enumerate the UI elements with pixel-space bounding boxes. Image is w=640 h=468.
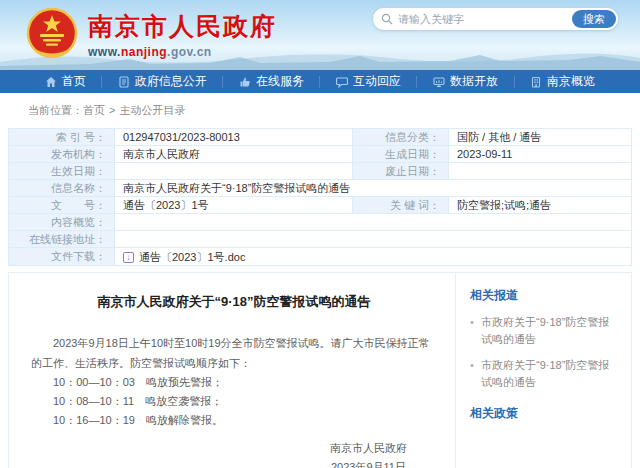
nav-item-open-data[interactable]: 数据开放	[427, 70, 504, 93]
brand-text: 南京市人民政府 www.nanjing.gov.cn	[88, 10, 277, 59]
online-link-value	[115, 231, 631, 247]
doc-number-label: 文 号：	[9, 197, 114, 213]
download-icon: ↓	[123, 252, 134, 263]
search-icon	[381, 13, 393, 25]
main-nav: 首页 政府信息公开 在线服务 互动回应 数据开放 南京概览	[0, 70, 640, 93]
file-download-cell: ↓ 通告〔2023〕1号.doc	[115, 248, 631, 265]
keywords-value: 防空警报;试鸣;通告	[449, 197, 631, 213]
signature-date: 2023年9月11日	[330, 458, 407, 468]
article-intro-paragraph: 2023年9月18日上午10时至10时19分全市防空警报试鸣。请广大市民保持正常…	[31, 333, 437, 373]
nav-label: 政府信息公开	[135, 73, 207, 90]
schedule-line: 10：08—10：11 鸣放空袭警报；	[31, 392, 437, 411]
breadcrumb-current: 主动公开目录	[119, 104, 185, 116]
schedule-line: 10：16—10：19 鸣放解除警报。	[31, 411, 437, 430]
breadcrumb-prefix: 当前位置：	[28, 104, 83, 116]
related-news-item[interactable]: 市政府关于“9·18”防空警报试鸣的通告	[470, 357, 619, 391]
home-icon	[45, 76, 57, 88]
nav-separator	[319, 76, 320, 88]
breadcrumb-separator: >	[109, 104, 115, 116]
related-news-heading[interactable]: 相关报道	[470, 287, 619, 304]
summary-value	[115, 214, 631, 230]
download-file-link[interactable]: ↓ 通告〔2023〕1号.doc	[123, 251, 245, 264]
breadcrumb-home-link[interactable]: 首页	[83, 104, 105, 116]
download-file-name: 通告〔2023〕1号.doc	[139, 251, 245, 264]
nav-label: 互动回应	[353, 73, 401, 90]
document-icon	[118, 76, 130, 88]
nav-item-home[interactable]: 首页	[39, 70, 92, 93]
related-news-list: 市政府关于“9·18”防空警报试鸣的通告 市政府关于“9·18”防空警报试鸣的通…	[470, 314, 619, 391]
nav-label: 数据开放	[450, 73, 498, 90]
category-value: 国防 / 其他 / 通告	[449, 129, 631, 145]
signature-organization: 南京市人民政府	[330, 439, 407, 458]
info-name-value: 南京市人民政府关于“9·18”防空警报试鸣的通告	[115, 180, 631, 196]
related-sidebar: 相关报道 市政府关于“9·18”防空警报试鸣的通告 市政府关于“9·18”防空警…	[455, 273, 631, 468]
related-news-item[interactable]: 市政府关于“9·18”防空警报试鸣的通告	[470, 314, 619, 348]
nav-separator	[101, 76, 102, 88]
search-button[interactable]: 搜索	[572, 10, 616, 28]
nav-item-interaction[interactable]: 互动回应	[330, 70, 407, 93]
monitor-icon	[433, 76, 445, 88]
nav-item-gov-info[interactable]: 政府信息公开	[112, 70, 213, 93]
nav-label: 在线服务	[256, 73, 304, 90]
building-icon	[530, 76, 542, 88]
publisher-value: 南京市人民政府	[115, 146, 352, 162]
nav-separator	[416, 76, 417, 88]
thumbs-up-icon	[239, 76, 251, 88]
site-brand: 南京市人民政府 www.nanjing.gov.cn	[26, 7, 277, 61]
index-number-label: 索 引 号：	[9, 129, 114, 145]
repeal-date-value	[449, 163, 631, 179]
search-bar: 搜索	[373, 8, 618, 30]
site-header: 南京市人民政府 www.nanjing.gov.cn 搜索	[0, 0, 640, 70]
document-meta-table: 索 引 号： 012947031/2023-80013 信息分类： 国防 / 其…	[8, 128, 632, 266]
effective-date-label: 生效日期：	[9, 163, 114, 179]
related-policy-heading[interactable]: 相关政策	[470, 405, 619, 422]
schedule-line: 10：00—10：03 鸣放预先警报；	[31, 373, 437, 392]
nav-item-online-services[interactable]: 在线服务	[233, 70, 310, 93]
article-signature: 南京市人民政府 2023年9月11日	[330, 439, 407, 468]
nav-separator	[514, 76, 515, 88]
summary-label: 内容概览：	[9, 214, 114, 230]
index-number-value: 012947031/2023-80013	[115, 129, 352, 145]
site-title: 南京市人民政府	[88, 10, 277, 43]
nav-item-nanjing-overview[interactable]: 南京概览	[524, 70, 601, 93]
search-input[interactable]	[398, 13, 572, 25]
info-name-label: 信息名称：	[9, 180, 114, 196]
nav-label: 南京概览	[547, 73, 595, 90]
file-download-label: 文件下载：	[9, 248, 114, 265]
article-title: 南京市人民政府关于“9·18”防空警报试鸣的通告	[31, 293, 437, 311]
repeal-date-label: 废止日期：	[353, 163, 448, 179]
content-panel: 南京市人民政府关于“9·18”防空警报试鸣的通告 2023年9月18日上午10时…	[8, 272, 632, 468]
national-emblem-logo	[26, 7, 78, 61]
breadcrumb: 当前位置：首页>主动公开目录	[0, 93, 640, 126]
keywords-label: 关 键 词：	[353, 197, 448, 213]
nav-separator	[222, 76, 223, 88]
created-date-value: 2023-09-11	[449, 146, 631, 162]
publisher-label: 发布机构：	[9, 146, 114, 162]
online-link-label: 在线链接地址：	[9, 231, 114, 247]
category-label: 信息分类：	[353, 129, 448, 145]
article: 南京市人民政府关于“9·18”防空警报试鸣的通告 2023年9月18日上午10时…	[9, 273, 455, 468]
site-url: www.nanjing.gov.cn	[88, 45, 277, 59]
doc-number-value: 通告〔2023〕1号	[115, 197, 352, 213]
created-date-label: 生成日期：	[353, 146, 448, 162]
chat-icon	[336, 76, 348, 88]
effective-date-value	[115, 163, 352, 179]
nav-label: 首页	[62, 73, 86, 90]
